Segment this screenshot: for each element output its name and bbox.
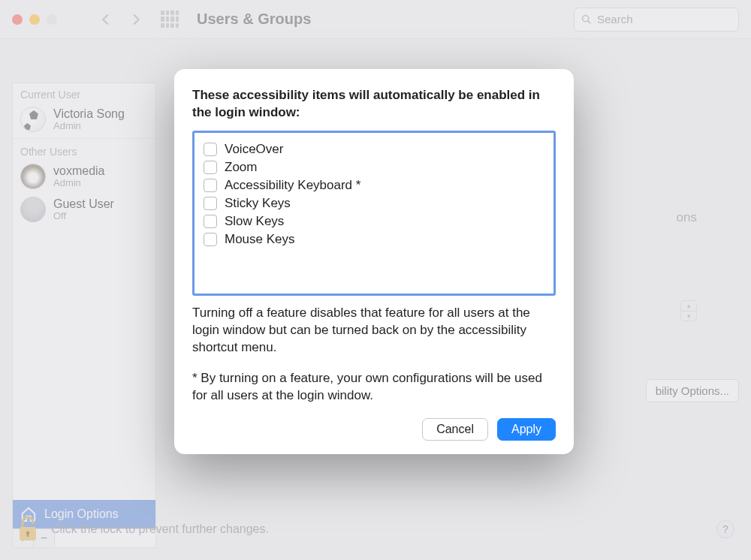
lock-icon[interactable]	[17, 515, 39, 543]
sidebar-section-other: Other Users	[13, 140, 155, 161]
search-input[interactable]: Search	[574, 8, 739, 32]
minimize-window-button[interactable]	[29, 14, 40, 25]
cancel-button[interactable]: Cancel	[422, 418, 488, 441]
checkbox-slow-keys[interactable]	[204, 215, 217, 228]
avatar-icon	[20, 164, 46, 189]
accessibility-dialog: These accessibility items will automatic…	[174, 69, 574, 454]
search-placeholder: Search	[597, 13, 633, 26]
checkbox-row: VoiceOver	[204, 140, 544, 158]
user-role: Admin	[53, 120, 125, 131]
user-item[interactable]: Guest User Off	[13, 194, 155, 227]
checkbox-label: Slow Keys	[225, 214, 284, 229]
zoom-window-button[interactable]	[47, 14, 57, 25]
user-item-current[interactable]: Victoria Song Admin	[13, 104, 155, 137]
search-icon	[581, 14, 593, 26]
background-text: ons	[677, 210, 697, 225]
window-title: Users & Groups	[197, 11, 311, 28]
avatar-icon	[20, 197, 46, 222]
checkbox-label: Accessibility Keyboard *	[225, 178, 360, 193]
forward-button[interactable]	[125, 8, 147, 31]
checkbox-row: Zoom	[204, 158, 544, 176]
lock-row: Click the lock to prevent further change…	[17, 515, 734, 543]
svg-rect-5	[27, 533, 29, 537]
svg-line-1	[588, 20, 591, 23]
users-sidebar: Current User Victoria Song Admin Other U…	[12, 83, 156, 548]
accessibility-options-button[interactable]: bility Options...	[646, 379, 739, 402]
dialog-buttons: Cancel Apply	[192, 418, 556, 441]
avatar-icon	[20, 107, 46, 132]
user-role: Admin	[53, 177, 104, 188]
checkbox-row: Accessibility Keyboard *	[204, 176, 544, 194]
checkbox-row: Sticky Keys	[204, 194, 544, 212]
svg-point-0	[583, 15, 589, 21]
dialog-note: * By turning on a feature, your own conf…	[192, 370, 556, 405]
stepper-icon: ▴▾	[680, 300, 697, 321]
show-all-icon[interactable]	[161, 11, 179, 29]
checkbox-accessibility-keyboard[interactable]	[204, 179, 217, 192]
close-window-button[interactable]	[12, 14, 23, 25]
back-button[interactable]	[95, 8, 117, 31]
checkbox-zoom[interactable]	[204, 161, 217, 174]
checkbox-row: Slow Keys	[204, 212, 544, 230]
checkbox-sticky-keys[interactable]	[204, 197, 217, 210]
apply-button[interactable]: Apply	[497, 418, 556, 441]
sidebar-section-current: Current User	[13, 83, 155, 104]
checkbox-list: VoiceOver Zoom Accessibility Keyboard * …	[192, 131, 556, 296]
toolbar: Users & Groups Search	[0, 0, 751, 39]
checkbox-row: Mouse Keys	[204, 230, 544, 248]
help-button[interactable]: ?	[716, 520, 734, 538]
checkbox-mouse-keys[interactable]	[204, 233, 217, 246]
checkbox-label: Zoom	[225, 160, 257, 175]
checkbox-label: Mouse Keys	[225, 232, 295, 247]
checkbox-voiceover[interactable]	[204, 143, 217, 156]
checkbox-label: VoiceOver	[225, 142, 283, 157]
user-name: voxmedia	[53, 164, 104, 178]
user-item[interactable]: voxmedia Admin	[13, 161, 155, 194]
user-name: Guest User	[53, 197, 114, 211]
dialog-heading: These accessibility items will automatic…	[192, 87, 556, 122]
user-role: Off	[53, 210, 114, 221]
window-controls	[12, 14, 57, 25]
lock-text: Click the lock to prevent further change…	[51, 522, 269, 536]
user-name: Victoria Song	[53, 107, 125, 121]
checkbox-label: Sticky Keys	[225, 196, 291, 211]
dialog-body: Turning off a feature disables that feat…	[192, 305, 556, 357]
